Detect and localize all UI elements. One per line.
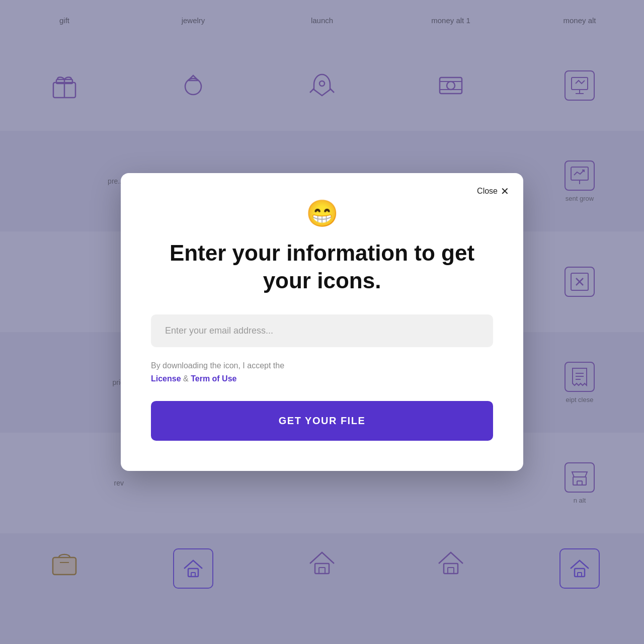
- license-link[interactable]: License: [151, 374, 181, 383]
- close-button[interactable]: Close ✕: [477, 185, 509, 197]
- modal-title: Enter your information to get your icons…: [151, 239, 493, 294]
- terms-text: By downloading the icon, I accept the Li…: [151, 359, 493, 385]
- close-icon: ✕: [501, 185, 509, 197]
- submit-button[interactable]: GET YOUR FILE: [151, 401, 493, 441]
- close-label: Close: [477, 187, 498, 196]
- modal-dialog: Close ✕ 😁 Enter your information to get …: [121, 173, 523, 471]
- terms-link[interactable]: Term of Use: [191, 374, 236, 383]
- email-input[interactable]: [151, 314, 493, 347]
- modal-emoji: 😁: [151, 198, 493, 229]
